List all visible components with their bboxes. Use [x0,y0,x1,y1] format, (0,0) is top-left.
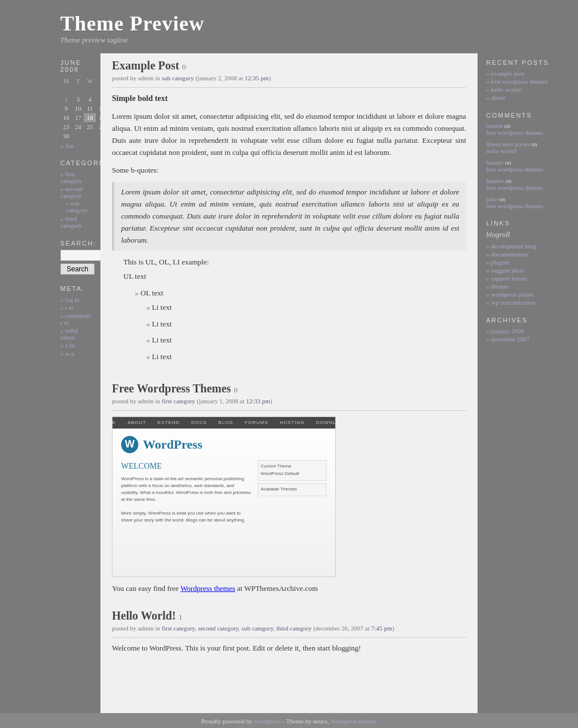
list-item: suggest ideas [486,266,569,274]
category-link[interactable]: second category [60,185,83,199]
right-sidebar: Recent Posts example post free wordpress… [478,53,578,713]
recent-post-link[interactable]: free wordpress themes [491,78,548,85]
post-divider [112,87,466,88]
comment-post-link[interactable]: free wordpress themes [486,184,543,191]
comment-post-link[interactable]: hello world! [486,147,517,154]
wp-sidebar-box: Available Themes [258,483,327,496]
commenter-link[interactable]: john [486,196,498,203]
links-title: Links [486,220,569,227]
link-item[interactable]: suggest ideas [491,267,524,274]
comment-post-link[interactable]: free wordpress themes [486,129,543,136]
comment-item: hannes on free wordpress themes [486,177,569,191]
list-heading: This is UL, OL, LI example: [123,256,466,268]
meta-link[interactable]: comments r ss [60,312,91,326]
comment-count: 0 [234,386,238,394]
wp-text: WordPress is a state-of-the-art semantic… [121,476,252,524]
list-item: hello world! [486,85,569,94]
post-title-link[interactable]: Example Post [112,59,179,72]
post-title-link[interactable]: Free Wordpress Themes [112,382,231,395]
ul-label: UL text [123,271,466,283]
recent-post-link[interactable]: example post [491,70,524,77]
post-category-link[interactable]: sub category [162,75,194,81]
list-item: december 2007 [486,335,569,343]
category-link[interactable]: first category [60,170,82,184]
wp-nav-bar: HOME ABOUT EXTEND DOCS BLOG FORUMS HOSTI… [113,417,335,429]
subcategory-link[interactable]: sub category [66,200,88,213]
recent-post-link[interactable]: about [491,94,505,101]
commenter-link[interactable]: martin [486,122,503,129]
post-content: Welcome to WordPress. This is your first… [112,643,466,655]
comment-post-link[interactable]: free wordpress themes [486,166,543,173]
cal-day: 3 [72,95,84,104]
cal-day [60,85,72,95]
post-time-link[interactable]: 12:35 pm [245,75,269,81]
footer-wp-link[interactable]: wordpress [254,718,280,725]
wp-sidebar-col: Current ThemeWordPress Default Available… [258,460,327,523]
post-title: Example Post 0 [112,59,466,72]
post-content: HOME ABOUT EXTEND DOCS BLOG FORUMS HOSTI… [112,416,466,595]
link-item[interactable]: documentation [491,251,528,258]
footer-themes-link[interactable]: Wordpress themes [331,718,377,725]
category-link[interactable]: third category [60,215,82,229]
meta-link[interactable]: r ss [65,304,73,311]
main-content: Example Post 0 posted by admin in sub ca… [100,53,478,713]
post-blockquote: Lorem ipsum dolor sit amet, consectetur … [112,182,466,251]
comment-post-link[interactable]: free wordpress themes [486,203,543,209]
link-item[interactable]: support forum [491,275,527,282]
meta-link[interactable]: log in [65,296,79,303]
commenter-link[interactable]: louann [486,159,503,166]
wp-body: WELCOME WordPress is a state-of-the-art … [113,457,335,526]
wordpress-screenshot: HOME ABOUT EXTEND DOCS BLOG FORUMS HOSTI… [112,416,336,577]
comment-item: john on free wordpress themes [486,196,569,209]
archive-link[interactable]: december 2007 [491,336,530,342]
list-item: second category sub category [60,185,92,215]
bq-heading: Some b-quotes: [112,165,466,177]
post-content: Simple bold text Lorem ipsum dolor sit a… [112,92,466,368]
sub-categories-list: sub category [60,199,92,214]
list-item: sub category [66,199,92,214]
post-category-link[interactable]: third category [277,625,312,632]
list-item: support forum [486,274,569,282]
comments-title: Comments [486,112,569,119]
meta-link[interactable]: valid xhtml [60,327,77,341]
wp-themes-link[interactable]: Wordpress themes [180,584,235,593]
link-item[interactable]: wp customization [491,299,536,306]
wp-logo-icon: W [121,436,138,453]
post-title: Hello World! 1 [112,609,466,622]
link-item[interactable]: wordpress planet [491,291,534,298]
list-item: comments r ss [60,312,92,326]
post-time-link[interactable]: 12:33 pm [246,398,270,404]
commenter-link[interactable]: libero teen porno [486,141,529,147]
calendar-nav: « Jan [60,142,92,149]
search-button[interactable]: Search [60,263,95,275]
archive-link[interactable]: january 2008 [491,328,524,334]
list-item: Li text [146,349,466,365]
cal-header-w: W [84,76,96,85]
cal-prev-link[interactable]: « Jan [60,142,73,149]
list-item: january 2008 [486,327,569,335]
cal-day: 11 [84,104,96,113]
cal-day [72,85,84,95]
commenter-link[interactable]: hannes [486,177,504,184]
search-label: Search: [60,240,92,247]
link-item[interactable]: themes [491,283,509,290]
post-time-link[interactable]: 7:45 pm [371,625,392,632]
cal-day: 4 [84,95,96,104]
meta-link[interactable]: x fn [65,342,75,349]
cal-header-t1: T [72,76,84,85]
list-item: first category [60,170,92,185]
post-category-link[interactable]: first category [162,398,195,404]
post-category-link[interactable]: first category [162,625,195,632]
link-item[interactable]: plugins [491,259,509,266]
link-item[interactable]: development blog [491,243,536,250]
cal-header-m: M [60,76,72,85]
cal-day: 16 [60,113,72,122]
site-header: Theme Preview Theme preview tagline [0,0,578,53]
post-title-link[interactable]: Hello World! [112,609,176,622]
post-category-link[interactable]: sub category [242,625,273,632]
recent-post-link[interactable]: hello world! [491,86,522,93]
post-category-link[interactable]: second category [198,625,238,632]
site-title: Theme Preview [60,11,578,36]
blogroll-label: blogroll [486,230,569,239]
meta-link[interactable]: w p [65,350,74,357]
